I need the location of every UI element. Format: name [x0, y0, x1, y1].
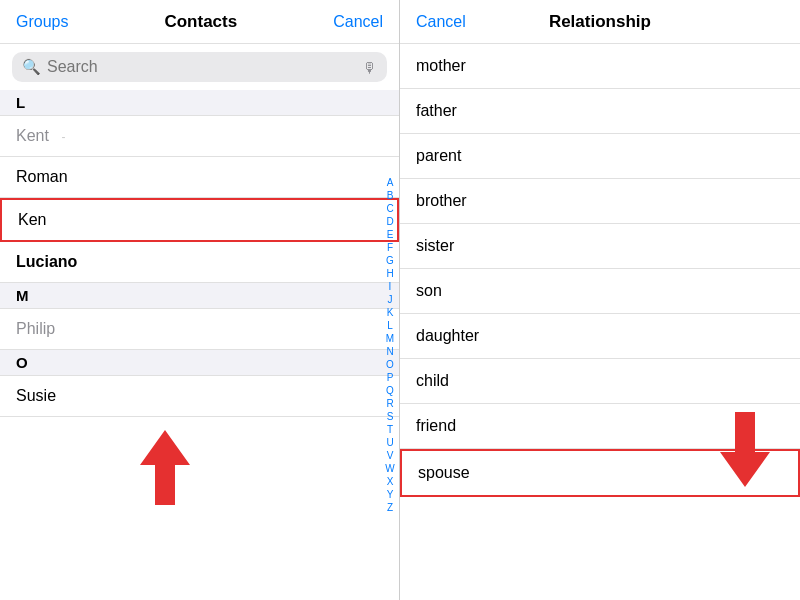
relationship-label: sister	[416, 237, 454, 254]
contacts-cancel-button[interactable]: Cancel	[333, 13, 383, 31]
section-header-M: M	[0, 283, 399, 309]
relationship-item-sister[interactable]: sister	[400, 224, 800, 269]
section-header-L: L	[0, 90, 399, 116]
relationship-item-son[interactable]: son	[400, 269, 800, 314]
up-arrow-annotation	[140, 430, 190, 509]
relationship-item-friend[interactable]: friend	[400, 404, 800, 449]
contact-name: Philip	[16, 320, 55, 337]
contact-item-Ken[interactable]: Ken	[0, 198, 399, 242]
relationship-item-father[interactable]: father	[400, 89, 800, 134]
contact-name: Susie	[16, 387, 56, 404]
contact-item-Kent[interactable]: Kent -	[0, 116, 399, 157]
contacts-title: Contacts	[164, 12, 237, 32]
right-header: Cancel Relationship	[400, 0, 800, 44]
relationship-item-daughter[interactable]: daughter	[400, 314, 800, 359]
relationship-item-spouse[interactable]: spouse	[400, 449, 800, 497]
relationship-item-brother[interactable]: brother	[400, 179, 800, 224]
relationship-label: child	[416, 372, 449, 389]
svg-marker-0	[140, 430, 190, 505]
relationship-label: brother	[416, 192, 467, 209]
relationship-label: friend	[416, 417, 456, 434]
relationship-label: spouse	[418, 464, 470, 481]
left-panel: Groups Contacts Cancel 🔍 🎙 L Kent - Roma…	[0, 0, 400, 600]
relationship-label: parent	[416, 147, 461, 164]
right-panel: Cancel Relationship mother father parent…	[400, 0, 800, 600]
contact-item-Philip[interactable]: Philip	[0, 309, 399, 350]
relationship-item-child[interactable]: child	[400, 359, 800, 404]
relationship-label: son	[416, 282, 442, 299]
contact-name: Roman	[16, 168, 68, 185]
contact-list: L Kent - Roman Ken Luciano M Philip O Su…	[0, 90, 399, 600]
search-bar: 🔍 🎙	[12, 52, 387, 82]
groups-button[interactable]: Groups	[16, 13, 68, 31]
relationship-label: father	[416, 102, 457, 119]
relationship-cancel-button[interactable]: Cancel	[416, 13, 466, 31]
search-input[interactable]	[47, 58, 356, 76]
relationship-item-mother[interactable]: mother	[400, 44, 800, 89]
left-header: Groups Contacts Cancel	[0, 0, 399, 44]
relationship-title: Relationship	[549, 12, 651, 32]
section-header-O: O	[0, 350, 399, 376]
microphone-icon[interactable]: 🎙	[362, 59, 377, 76]
contact-item-Roman[interactable]: Roman	[0, 157, 399, 198]
contact-name: Kent	[16, 127, 49, 144]
relationship-list: mother father parent brother sister son …	[400, 44, 800, 600]
contact-name: Ken	[18, 211, 46, 228]
contact-name: Luciano	[16, 253, 77, 270]
search-icon: 🔍	[22, 58, 41, 76]
contact-item-Luciano[interactable]: Luciano	[0, 242, 399, 283]
alphabet-index: A B C D E F G H I J K L M N O P Q R S T …	[381, 90, 399, 600]
contact-item-Susie[interactable]: Susie	[0, 376, 399, 417]
relationship-item-parent[interactable]: parent	[400, 134, 800, 179]
contact-dash: -	[61, 130, 65, 144]
relationship-label: daughter	[416, 327, 479, 344]
relationship-label: mother	[416, 57, 466, 74]
